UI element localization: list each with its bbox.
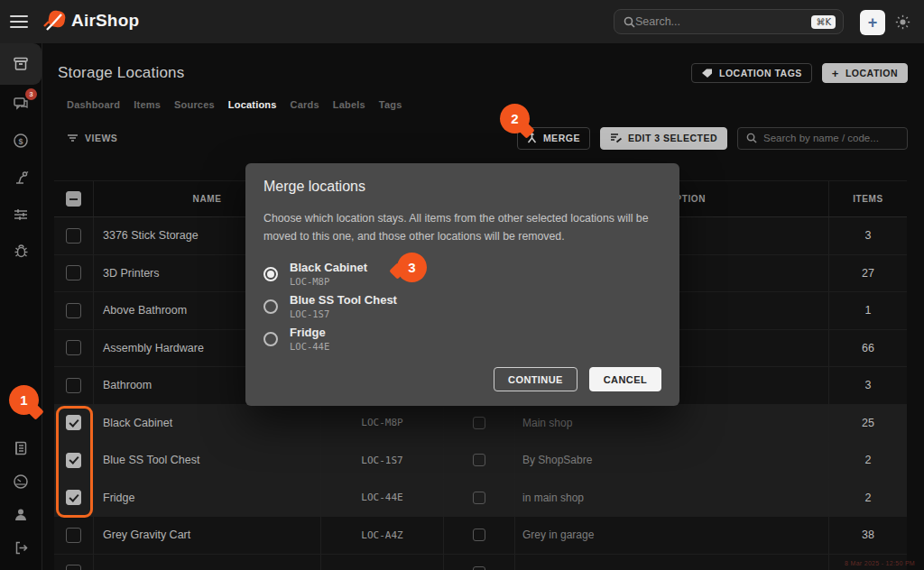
views-button[interactable]: VIEWS bbox=[67, 133, 117, 143]
radio-unselected[interactable] bbox=[263, 299, 278, 314]
add-location-label: LOCATION bbox=[845, 68, 898, 78]
row-checkbox[interactable] bbox=[66, 415, 81, 430]
row-checkbox[interactable] bbox=[66, 340, 81, 355]
sidebar-item-inventory[interactable] bbox=[0, 43, 42, 85]
merge-locations-modal: Merge locations Choose which location st… bbox=[245, 163, 679, 406]
continue-button[interactable]: CONTINUE bbox=[494, 367, 578, 391]
brand-name: AirShop bbox=[71, 11, 139, 31]
option-code: LOC-44E bbox=[290, 341, 329, 352]
items-count: 2 bbox=[828, 480, 907, 517]
row-checkbox[interactable] bbox=[66, 490, 81, 505]
items-count: 1 bbox=[828, 292, 907, 329]
sidebar-item-machines[interactable] bbox=[0, 159, 42, 196]
items-count: 38 bbox=[828, 517, 907, 554]
default-checkbox[interactable] bbox=[473, 566, 485, 570]
search-shortcut-badge: ⌘K bbox=[811, 15, 836, 29]
location-name bbox=[93, 555, 320, 570]
add-location-button[interactable]: + LOCATION bbox=[822, 63, 908, 83]
sidebar-item-debug[interactable] bbox=[0, 233, 42, 270]
brand[interactable]: AirShop bbox=[42, 9, 139, 32]
messages-badge: 3 bbox=[25, 88, 37, 100]
global-search-input[interactable] bbox=[635, 15, 811, 28]
sidebar-item-messages[interactable]: 3 bbox=[0, 85, 42, 122]
merge-option-fridge[interactable]: Fridge LOC-44E bbox=[263, 323, 661, 355]
tab-tags[interactable]: Tags bbox=[379, 99, 402, 110]
items-count: 66 bbox=[828, 330, 907, 367]
annotation-badge-1: 1 bbox=[9, 385, 39, 415]
items-count: 3 bbox=[828, 367, 907, 404]
tab-cards[interactable]: Cards bbox=[291, 99, 319, 110]
bug-icon bbox=[14, 244, 29, 259]
cancel-button[interactable]: CANCEL bbox=[589, 367, 661, 391]
annotation-badge-2: 2 bbox=[500, 104, 530, 133]
tab-sources[interactable]: Sources bbox=[174, 99, 215, 110]
tab-dashboard[interactable]: Dashboard bbox=[67, 99, 120, 110]
table-row[interactable]: Grey Gravity Cart LOC-A4Z Grey in garage… bbox=[54, 517, 907, 555]
app-window: AirShop ⌘K + bbox=[0, 0, 924, 570]
merge-option-blue-ss-tool-chest[interactable]: Blue SS Tool Chest LOC-1S7 bbox=[263, 290, 661, 323]
dollar-circle-icon: $ bbox=[13, 133, 29, 149]
merge-option-black-cabinet[interactable]: Black Cabinet LOC-M8P bbox=[263, 258, 661, 290]
tag-icon bbox=[701, 68, 713, 78]
table-row[interactable] bbox=[54, 555, 907, 570]
search-icon bbox=[746, 133, 757, 143]
page-title: Storage Locations bbox=[58, 64, 184, 82]
location-name: Grey Gravity Cart bbox=[93, 517, 320, 554]
select-all-checkbox[interactable] bbox=[66, 191, 81, 207]
edit-selected-label: EDIT 3 SELECTED bbox=[628, 133, 717, 143]
sidebar-item-sales[interactable]: $ bbox=[0, 122, 42, 159]
person-icon bbox=[13, 507, 29, 523]
table-search-input[interactable] bbox=[763, 133, 899, 143]
machine-arm-icon bbox=[13, 170, 29, 186]
row-checkbox[interactable] bbox=[66, 453, 81, 468]
theme-toggle-sun-icon[interactable] bbox=[893, 13, 912, 32]
location-tags-button[interactable]: LOCATION TAGS bbox=[691, 63, 812, 83]
default-checkbox[interactable] bbox=[473, 492, 485, 504]
edit-selected-button[interactable]: EDIT 3 SELECTED bbox=[600, 127, 727, 150]
location-code: LOC-1S7 bbox=[320, 442, 443, 479]
table-search[interactable] bbox=[737, 127, 908, 150]
radio-unselected[interactable] bbox=[263, 332, 278, 346]
quick-add-button[interactable]: + bbox=[860, 10, 885, 35]
table-row-selected[interactable]: Blue SS Tool Chest LOC-1S7 By ShopSabre … bbox=[54, 442, 907, 480]
sidebar-item-performance[interactable] bbox=[0, 464, 42, 498]
section-tabs: Dashboard Items Sources Locations Cards … bbox=[67, 99, 402, 110]
sidebar-item-account[interactable] bbox=[0, 498, 42, 531]
row-checkbox[interactable] bbox=[66, 303, 81, 318]
row-checkbox[interactable] bbox=[66, 378, 81, 393]
tab-items[interactable]: Items bbox=[134, 99, 161, 110]
edit-list-icon bbox=[610, 133, 622, 143]
tab-locations[interactable]: Locations bbox=[228, 99, 277, 110]
items-count: 25 bbox=[828, 405, 907, 442]
option-name: Fridge bbox=[290, 326, 329, 340]
default-checkbox[interactable] bbox=[473, 417, 485, 429]
default-checkbox[interactable] bbox=[473, 454, 485, 466]
tab-labels[interactable]: Labels bbox=[333, 99, 365, 110]
svg-text:$: $ bbox=[18, 136, 23, 145]
location-description: By ShopSabre bbox=[514, 442, 828, 479]
row-checkbox[interactable] bbox=[66, 565, 81, 570]
location-description bbox=[514, 555, 828, 570]
row-checkbox[interactable] bbox=[66, 528, 81, 543]
sidebar-item-docs[interactable] bbox=[0, 431, 42, 464]
archive-box-icon bbox=[13, 56, 29, 72]
global-search[interactable]: ⌘K bbox=[614, 9, 844, 34]
merge-label: MERGE bbox=[543, 133, 580, 143]
items-count: 2 bbox=[828, 442, 907, 479]
sidebar-item-logout[interactable] bbox=[0, 531, 42, 565]
row-checkbox[interactable] bbox=[66, 265, 81, 280]
radio-selected[interactable] bbox=[263, 267, 278, 281]
column-header-items[interactable]: ITEMS bbox=[828, 181, 907, 216]
option-name: Black Cabinet bbox=[290, 261, 367, 275]
table-row-selected[interactable]: Fridge LOC-44E in main shop 2 bbox=[54, 480, 907, 518]
plus-icon: + bbox=[868, 14, 878, 32]
table-row-selected[interactable]: Black Cabinet LOC-M8P Main shop 25 bbox=[54, 405, 907, 443]
location-code bbox=[320, 555, 443, 570]
menu-icon[interactable] bbox=[10, 15, 28, 28]
row-checkbox[interactable] bbox=[66, 228, 81, 244]
default-checkbox[interactable] bbox=[473, 529, 485, 541]
watermark-timestamp: 8 Mar 2025 - 12:50 PM bbox=[845, 560, 915, 566]
logout-icon bbox=[14, 540, 29, 556]
sidebar-item-settings-sliders[interactable] bbox=[0, 196, 42, 233]
top-bar: AirShop ⌘K + bbox=[0, 0, 924, 43]
